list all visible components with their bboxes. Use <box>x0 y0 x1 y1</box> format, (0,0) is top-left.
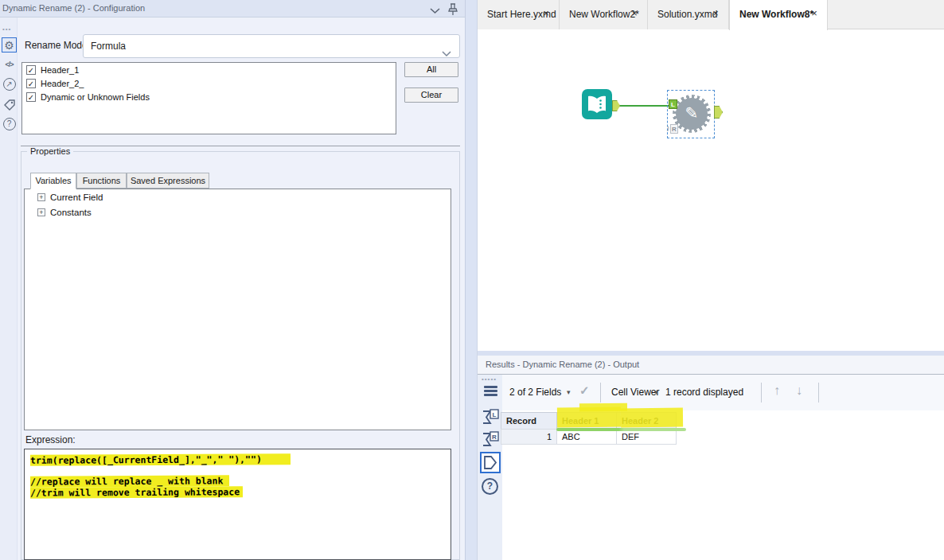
field-row-header2[interactable]: ✓ Header_2_ <box>26 78 396 90</box>
highlight-green-underline <box>556 428 686 431</box>
tab-variables[interactable]: Variables <box>30 173 76 189</box>
alteryx-designer-window: Dynamic Rename (2) - Configuration ••• ⚙… <box>0 0 944 560</box>
right-input-view-icon[interactable]: R <box>481 430 500 452</box>
configuration-title: Dynamic Rename (2) - Configuration <box>2 0 145 17</box>
data-cell-header2[interactable]: DEF <box>616 429 677 445</box>
vertical-scrollbar[interactable] <box>465 0 478 560</box>
tab-functions[interactable]: Functions <box>76 173 127 189</box>
down-arrow-icon[interactable]: ↓ <box>796 383 802 398</box>
data-cell-header1[interactable]: ABC <box>556 429 617 445</box>
rail-drag-handle[interactable]: ••• <box>2 27 11 32</box>
section-divider <box>21 146 460 146</box>
column-header-record[interactable]: Record <box>501 412 557 430</box>
field-checkbox-list: ✓ Header_1 ✓ Header_2_ ✓ Dynamic or Unkn… <box>21 62 396 134</box>
nav-arrow-glyph: ↗ <box>3 78 16 91</box>
workflow-tab-new-workflow8[interactable]: New Workflow8* × <box>729 0 828 30</box>
caret-down-icon[interactable]: ▾ <box>654 388 658 396</box>
help-icon[interactable]: ? <box>2 117 17 132</box>
highlight-header2 <box>621 408 683 428</box>
workflow-tab-bar: Start Here.yxmd × New Workflow2* × Solut… <box>478 0 944 29</box>
pencil-icon[interactable]: ✎ <box>676 98 708 130</box>
output-view-icon[interactable] <box>480 452 501 473</box>
select-all-button[interactable]: All <box>404 62 458 77</box>
rename-mode-label: Rename Mode: <box>25 40 90 51</box>
configuration-icon-rail: ••• ⚙ </> ↗ ? <box>0 18 18 560</box>
anchor-paren: ) <box>667 123 669 132</box>
workflow-tab-new-workflow2[interactable]: New Workflow2* × <box>560 0 648 29</box>
rename-mode-value: Formula <box>91 35 126 57</box>
configuration-panel: Dynamic Rename (2) - Configuration ••• ⚙… <box>0 0 465 560</box>
help-glyph: ? <box>482 478 498 495</box>
navigation-arrow-icon[interactable]: ↗ <box>2 77 17 92</box>
tab-label: New Workflow2* <box>569 9 639 20</box>
anchor-r-label: R <box>670 124 678 134</box>
up-arrow-icon[interactable]: ↑ <box>774 383 780 398</box>
fields-summary-dropdown[interactable]: 2 of 2 Fields <box>509 387 561 398</box>
toolbar-separator <box>818 383 819 402</box>
tree-item-constants[interactable]: + Constants <box>37 207 451 220</box>
field-label: Header_2_ <box>41 79 84 88</box>
results-icon-rail: ••••• L R <box>478 375 502 560</box>
input-data-book-icon <box>582 89 612 119</box>
field-label: Header_1 <box>41 65 79 75</box>
tree-item-label: Constants <box>50 208 92 217</box>
pin-icon[interactable] <box>447 3 460 15</box>
expand-plus-icon[interactable]: + <box>37 208 45 216</box>
field-row-dynamic-unknown[interactable]: ✓ Dynamic or Unknown Fields <box>26 91 396 103</box>
results-titlebar: Results - Dynamic Rename (2) - Output <box>478 356 944 375</box>
field-row-header1[interactable]: ✓ Header_1 <box>26 64 396 76</box>
input-data-tool[interactable] <box>582 89 612 119</box>
collapse-chevron-icon[interactable] <box>430 3 443 15</box>
close-icon[interactable]: × <box>630 7 639 19</box>
help-icon[interactable]: ? <box>482 478 501 495</box>
help-glyph: ? <box>3 118 16 130</box>
output-anchor[interactable] <box>612 100 620 111</box>
variables-tree: + Current Field + Constants <box>24 189 451 430</box>
tag-annotation-icon[interactable] <box>2 97 17 112</box>
close-icon[interactable]: × <box>809 7 819 19</box>
checkbox-checked-icon[interactable]: ✓ <box>26 79 36 88</box>
connection-line[interactable] <box>620 105 671 107</box>
results-title: Results - Dynamic Rename (2) - Output <box>486 356 639 374</box>
record-count-label: 1 record displayed <box>665 387 743 398</box>
toolbar-separator <box>600 383 601 402</box>
caret-down-icon[interactable]: ▾ <box>567 388 571 396</box>
output-anchor[interactable] <box>714 106 723 119</box>
tree-item-current-field[interactable]: + Current Field <box>37 192 451 204</box>
svg-text:L: L <box>493 411 497 418</box>
workflow-tab-solution[interactable]: Solution.yxmd × <box>648 0 729 29</box>
tab-label: New Workflow8* <box>739 9 813 20</box>
record-number-cell: 1 <box>501 429 557 445</box>
cell-viewer-dropdown[interactable]: Cell Viewer <box>611 387 659 398</box>
rename-mode-dropdown[interactable]: Formula <box>83 34 460 58</box>
apply-check-icon[interactable]: ✓ <box>579 383 590 398</box>
tree-item-label: Current Field <box>50 192 103 202</box>
tab-saved-expressions[interactable]: Saved Expressions <box>127 173 209 189</box>
workflow-tab-start-here[interactable]: Start Here.yxmd × <box>478 0 560 29</box>
expression-label: Expression: <box>25 434 76 445</box>
configuration-header: Dynamic Rename (2) - Configuration <box>0 0 465 18</box>
toolbar-separator <box>761 383 762 402</box>
rail-drag-handle[interactable]: ••••• <box>482 377 497 382</box>
expression-line-1: trim(replace([_CurrentField_],"_"," "),"… <box>30 453 291 466</box>
clear-selection-button[interactable]: Clear <box>404 88 458 103</box>
gear-icon[interactable]: ⚙ <box>2 37 17 52</box>
expression-line-3: //replace will replace _ with blank <box>30 475 229 487</box>
checkbox-checked-icon[interactable]: ✓ <box>26 92 36 102</box>
field-label: Dynamic or Unknown Fields <box>41 92 150 102</box>
close-icon[interactable]: × <box>541 7 551 19</box>
results-body: ••••• L R <box>478 375 944 560</box>
expand-plus-icon[interactable]: + <box>37 193 45 201</box>
tab-label: Solution.yxmd <box>657 9 717 20</box>
code-xml-icon[interactable]: </> <box>2 57 17 72</box>
left-input-view-icon[interactable]: L <box>481 408 500 430</box>
svg-text:R: R <box>492 434 497 441</box>
properties-label: Properties <box>27 146 73 156</box>
right-input-anchor[interactable]: ) R <box>668 124 678 134</box>
workflow-canvas[interactable]: ✎ L ) R <box>478 29 944 351</box>
left-input-anchor[interactable]: L <box>669 99 677 109</box>
close-icon[interactable]: × <box>711 7 720 19</box>
checkbox-checked-icon[interactable]: ✓ <box>26 65 36 75</box>
expression-editor[interactable]: trim(replace([_CurrentField_],"_"," "),"… <box>24 449 451 560</box>
results-grid-icon[interactable] <box>481 384 500 396</box>
